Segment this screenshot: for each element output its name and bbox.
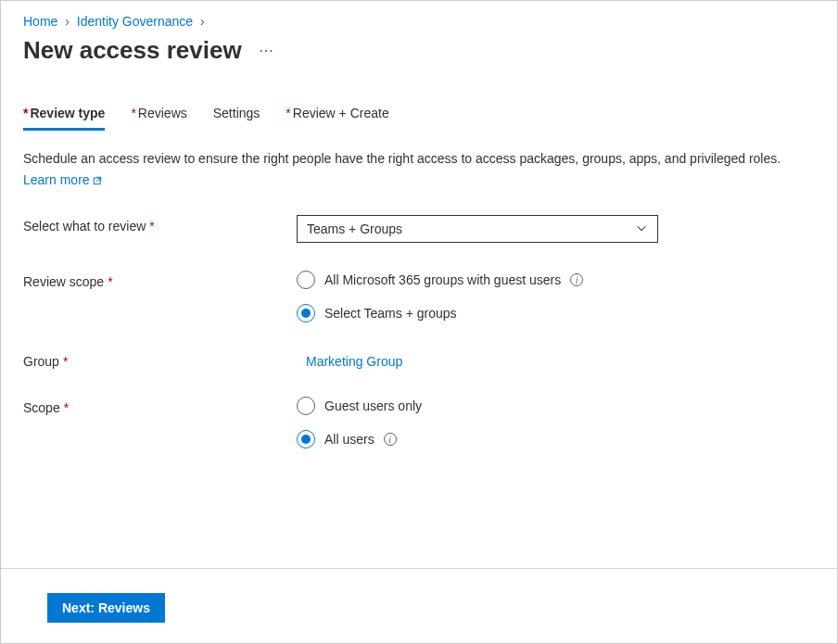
radio-label: Guest users only xyxy=(324,398,422,413)
external-link-icon xyxy=(92,172,103,187)
required-star-icon: * xyxy=(108,274,112,289)
chevron-right-icon: › xyxy=(200,14,205,29)
radio-label: Select Teams + groups xyxy=(324,306,457,321)
review-scope-label: Review scope* xyxy=(23,271,297,289)
radio-dot-icon xyxy=(301,435,311,444)
next-reviews-button[interactable]: Next: Reviews xyxy=(47,593,165,623)
group-label: Group* xyxy=(23,350,297,369)
radio-select-teams-groups[interactable] xyxy=(297,304,315,322)
chevron-right-icon: › xyxy=(65,14,70,29)
tab-label: Reviews xyxy=(138,106,187,120)
learn-more-label: Learn more xyxy=(23,172,90,187)
tab-review-type[interactable]: *Review type xyxy=(23,106,105,131)
info-icon[interactable]: i xyxy=(570,273,583,286)
chevron-down-icon xyxy=(635,221,648,237)
radio-label: All users xyxy=(324,432,375,447)
group-value-link[interactable]: Marketing Group xyxy=(297,350,402,369)
select-what-to-review-label: Select what to review* xyxy=(23,215,297,234)
tab-label: Review type xyxy=(30,106,105,120)
radio-all-users[interactable] xyxy=(297,430,315,448)
page-title: New access review xyxy=(23,36,242,65)
radio-guest-users-only[interactable] xyxy=(297,397,315,415)
tab-settings[interactable]: Settings xyxy=(213,106,260,131)
tab-label: Review + Create xyxy=(293,106,389,120)
tab-review-create[interactable]: *Review + Create xyxy=(286,106,388,131)
learn-more-link[interactable]: Learn more xyxy=(23,172,103,187)
radio-dot-icon xyxy=(301,309,311,318)
required-star-icon: * xyxy=(63,354,68,369)
required-star-icon: * xyxy=(131,106,135,120)
tab-label: Settings xyxy=(213,106,260,120)
radio-all-m365-groups[interactable] xyxy=(297,271,315,289)
tabs: *Review type *Reviews Settings *Review +… xyxy=(23,106,815,131)
more-actions-button[interactable]: ⋯ xyxy=(259,42,274,59)
radio-label: All Microsoft 365 groups with guest user… xyxy=(324,272,561,287)
scope-label: Scope* xyxy=(23,397,297,415)
select-what-to-review-dropdown[interactable]: Teams + Groups xyxy=(297,215,658,243)
breadcrumb-home[interactable]: Home xyxy=(23,14,57,29)
required-star-icon: * xyxy=(149,219,154,234)
breadcrumb: Home › Identity Governance › xyxy=(1,1,837,32)
required-star-icon: * xyxy=(23,106,28,120)
footer-divider xyxy=(1,568,837,569)
info-icon[interactable]: i xyxy=(384,433,397,446)
description-text: Schedule an access review to ensure the … xyxy=(23,149,815,169)
breadcrumb-identity-governance[interactable]: Identity Governance xyxy=(77,14,193,29)
required-star-icon: * xyxy=(286,106,290,120)
required-star-icon: * xyxy=(64,400,69,415)
tab-reviews[interactable]: *Reviews xyxy=(131,106,186,131)
dropdown-value: Teams + Groups xyxy=(307,221,402,236)
